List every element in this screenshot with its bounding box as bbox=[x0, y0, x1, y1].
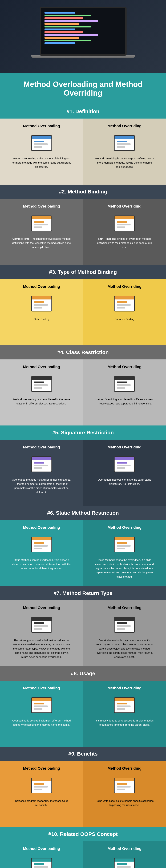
hero-image bbox=[0, 0, 166, 73]
right-column: Method Overriding Method Overriding is a… bbox=[83, 360, 166, 426]
card-icon bbox=[31, 778, 52, 793]
column-body: It is mostly done to write a specific im… bbox=[95, 718, 154, 727]
card-icon bbox=[31, 617, 52, 633]
column-body: Method overloading can be achieved in th… bbox=[12, 397, 71, 406]
column-title: Method Overriding bbox=[107, 365, 141, 369]
section-2: #2. Method Binding Method Overloading Co… bbox=[0, 185, 166, 265]
card-icon bbox=[114, 296, 135, 311]
section-heading: #9. Benefits bbox=[0, 747, 166, 761]
page-title: Method Overloading and Method Overriding bbox=[3, 80, 163, 97]
section-5: #5. Signature Restriction Method Overloa… bbox=[0, 426, 166, 506]
column-body: Static Methods cannot be overridden. If … bbox=[95, 558, 154, 579]
column-title: Method Overriding bbox=[107, 525, 141, 530]
card-icon bbox=[31, 296, 52, 311]
left-column: Method Overloading Method Overloading is… bbox=[0, 119, 83, 185]
right-column: Method Overriding It is mostly done to w… bbox=[83, 681, 166, 747]
right-column: Method Overriding Helps write code logic… bbox=[83, 761, 166, 827]
right-column: Method Overriding Dynamic Binding bbox=[83, 279, 166, 345]
left-column: Method Overloading Overloaded methods mu… bbox=[0, 440, 83, 506]
section-7: #7. Method Return Type Method Overloadin… bbox=[0, 586, 166, 666]
right-column: Method Overriding Method Overriding is t… bbox=[83, 119, 166, 185]
column-body: Method Overriding is the concept of defi… bbox=[95, 156, 154, 169]
card-icon bbox=[31, 457, 52, 472]
column-body: Increases program readability. Increases… bbox=[12, 799, 71, 807]
left-column: Method Overloading Static Binding bbox=[0, 279, 83, 345]
card-icon bbox=[31, 697, 52, 713]
section-heading: #6. Static Method Restriction bbox=[0, 506, 166, 520]
left-column: Method Overloading Method overloading ca… bbox=[0, 360, 83, 426]
column-body: Method Overriding is achieved in differe… bbox=[95, 397, 154, 406]
card-icon bbox=[114, 376, 135, 392]
column-title: Method Overloading bbox=[23, 284, 60, 289]
column-title: Method Overloading bbox=[23, 606, 60, 610]
card-icon bbox=[114, 457, 135, 472]
column-body: Helps write code logic to handle specifi… bbox=[95, 799, 154, 807]
left-column: Method Overloading Closely knit with pol… bbox=[0, 841, 83, 868]
left-column: Method Overloading Static Methods can be… bbox=[0, 520, 83, 586]
column-title: Method Overloading bbox=[23, 124, 60, 128]
section-10: #10. Related OOPS Concept Method Overloa… bbox=[0, 827, 166, 868]
column-body: Compile Time: The binding of overloaded … bbox=[12, 237, 71, 249]
column-body: Static Methods can be overloaded. This a… bbox=[12, 558, 71, 570]
card-icon bbox=[31, 858, 52, 868]
card-icon bbox=[114, 216, 135, 231]
column-title: Method Overloading bbox=[23, 445, 60, 450]
column-title: Method Overriding bbox=[107, 124, 141, 128]
column-body: The return type of overloaded methods do… bbox=[12, 638, 71, 659]
section-heading: #7. Method Return Type bbox=[0, 586, 166, 600]
section-heading: #4. Class Restriction bbox=[0, 345, 166, 360]
page-title-band: Method Overloading and Method Overriding bbox=[0, 73, 166, 104]
section-heading: #1. Definition bbox=[0, 104, 166, 119]
column-title: Method Overriding bbox=[107, 606, 141, 610]
column-title: Method Overriding bbox=[107, 766, 141, 771]
column-body: Run Time: The binding of overridden meth… bbox=[95, 237, 154, 249]
section-heading: #3. Type of Method Binding bbox=[0, 265, 166, 279]
left-column: Method Overloading Overloading is done t… bbox=[0, 681, 83, 747]
card-icon bbox=[114, 778, 135, 793]
section-6: #6. Static Method Restriction Method Ove… bbox=[0, 506, 166, 586]
section-4: #4. Class Restriction Method Overloading… bbox=[0, 345, 166, 426]
card-icon bbox=[114, 617, 135, 633]
column-body: Overloaded methods must differ in their … bbox=[12, 477, 71, 494]
card-icon bbox=[114, 537, 135, 552]
card-icon bbox=[31, 216, 52, 231]
right-column: Method Overriding Overridden methods can… bbox=[83, 440, 166, 506]
section-heading: #5. Signature Restriction bbox=[0, 426, 166, 440]
left-column: Method Overloading Compile Time: The bin… bbox=[0, 199, 83, 265]
column-title: Method Overriding bbox=[107, 846, 141, 851]
right-column: Method Overriding Overridden methods may… bbox=[83, 600, 166, 666]
column-body: Overridden methods can have the exact sa… bbox=[95, 477, 154, 486]
card-icon bbox=[114, 697, 135, 713]
right-column: Method Overriding Run Time: The binding … bbox=[83, 199, 166, 265]
column-body: Overridden methods may have more specifi… bbox=[95, 638, 154, 659]
column-title: Method Overloading bbox=[23, 766, 60, 771]
card-icon bbox=[114, 135, 135, 151]
column-body: Static Binding bbox=[34, 317, 49, 321]
card-icon bbox=[31, 376, 52, 392]
column-body: Dynamic Binding bbox=[115, 317, 134, 321]
section-9: #9. Benefits Method Overloading Increase… bbox=[0, 747, 166, 827]
section-1: #1. Definition Method Overloading Method… bbox=[0, 104, 166, 185]
column-body: Method Overloading is the concept of def… bbox=[12, 156, 71, 169]
left-column: Method Overloading The return type of ov… bbox=[0, 600, 83, 666]
section-heading: #2. Method Binding bbox=[0, 185, 166, 199]
column-title: Method Overloading bbox=[23, 204, 60, 209]
column-title: Method Overloading bbox=[23, 686, 60, 690]
column-title: Method Overriding bbox=[107, 284, 141, 289]
column-title: Method Overloading bbox=[23, 525, 60, 530]
card-icon bbox=[31, 537, 52, 552]
section-heading: #10. Related OOPS Concept bbox=[0, 827, 166, 841]
column-body: Overloading is done to implement differe… bbox=[12, 718, 71, 727]
column-title: Method Overloading bbox=[23, 365, 60, 369]
column-title: Method Overriding bbox=[107, 686, 141, 690]
card-icon bbox=[31, 135, 52, 151]
column-title: Method Overloading bbox=[23, 846, 60, 851]
card-icon bbox=[114, 858, 135, 868]
column-title: Method Overriding bbox=[107, 204, 141, 209]
right-column: Method Overriding Static Methods cannot … bbox=[83, 520, 166, 586]
right-column: Method Overriding Closely knit with an i… bbox=[83, 841, 166, 868]
section-3: #3. Type of Method Binding Method Overlo… bbox=[0, 265, 166, 345]
section-heading: #8. Usage bbox=[0, 666, 166, 681]
section-8: #8. Usage Method Overloading Overloading… bbox=[0, 666, 166, 747]
column-title: Method Overriding bbox=[107, 445, 141, 450]
